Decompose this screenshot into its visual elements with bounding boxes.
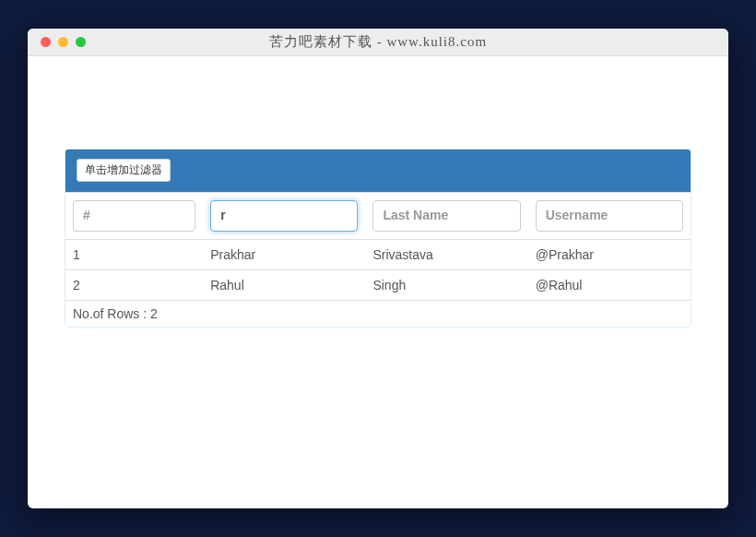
app-window: 苦力吧素材下载 - www.kuli8.com 单击增加过滤器 (28, 29, 728, 508)
cell-username: @Rahul (528, 269, 691, 300)
filter-id-input[interactable] (73, 200, 195, 232)
table-row[interactable]: 1 Prakhar Srivastava @Prakhar (65, 239, 691, 269)
window-controls (28, 37, 86, 47)
table-body: 1 Prakhar Srivastava @Prakhar 2 Rahul Si… (65, 239, 691, 300)
panel-heading: 单击增加过滤器 (65, 149, 691, 192)
table-row[interactable]: 2 Rahul Singh @Rahul (65, 269, 691, 300)
cell-last-name: Srivastava (365, 239, 527, 269)
cell-first-name: Prakhar (203, 239, 365, 269)
filter-row (65, 193, 691, 240)
cell-id: 2 (65, 269, 203, 300)
filter-first-name-input[interactable] (210, 200, 358, 232)
row-count-label: No.of Rows : 2 (73, 306, 158, 321)
panel-footer: No.of Rows : 2 (65, 300, 691, 327)
maximize-icon[interactable] (76, 37, 86, 47)
cell-id: 1 (65, 239, 203, 269)
table-head (65, 193, 691, 240)
cell-first-name: Rahul (203, 269, 365, 300)
data-table: 1 Prakhar Srivastava @Prakhar 2 Rahul Si… (65, 192, 691, 300)
window-title: 苦力吧素材下载 - www.kuli8.com (28, 33, 728, 51)
add-filter-button[interactable]: 单击增加过滤器 (77, 159, 171, 182)
titlebar: 苦力吧素材下载 - www.kuli8.com (28, 29, 728, 56)
filter-last-name-input[interactable] (372, 200, 520, 232)
close-icon[interactable] (41, 37, 51, 47)
filter-panel: 单击增加过滤器 (65, 149, 691, 328)
cell-username: @Prakhar (528, 239, 691, 269)
content-area: 单击增加过滤器 (28, 56, 728, 508)
minimize-icon[interactable] (58, 37, 68, 47)
filter-username-input[interactable] (536, 200, 683, 232)
cell-last-name: Singh (365, 269, 527, 300)
